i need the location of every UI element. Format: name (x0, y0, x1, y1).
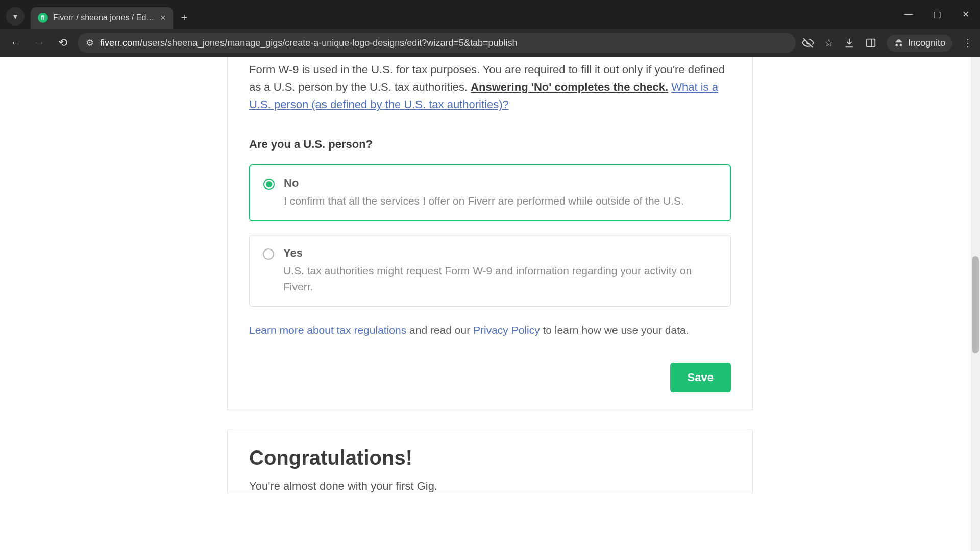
downloads-icon[interactable] (844, 37, 855, 48)
w9-intro-paragraph: Form W-9 is used in the U.S. for tax pur… (249, 61, 731, 113)
radio-icon (263, 179, 275, 190)
privacy-policy-link[interactable]: Privacy Policy (473, 324, 540, 336)
radio-option-no[interactable]: No I confirm that all the services I off… (249, 164, 731, 221)
learn-more-line: Learn more about tax regulations and rea… (249, 322, 731, 339)
browser-tab-active[interactable]: fi Fiverr / sheena jones / Edit Gig × (31, 7, 173, 29)
scrollbar-track[interactable] (971, 57, 980, 551)
window-minimize-icon[interactable]: — (894, 4, 923, 24)
window-maximize-icon[interactable]: ▢ (923, 4, 951, 24)
radio-no-label: No (284, 177, 684, 190)
forward-button[interactable]: → (31, 34, 48, 52)
radio-option-yes[interactable]: Yes U.S. tax authorities might request F… (249, 235, 731, 307)
us-person-question: Are you a U.S. person? (249, 138, 731, 151)
browser-toolbar: ← → ⟲ ⚙ fiverr.com/users/sheena_jones/ma… (0, 29, 980, 57)
scrollbar-thumb[interactable] (972, 256, 979, 353)
window-close-icon[interactable]: ✕ (951, 4, 980, 24)
tab-title: Fiverr / sheena jones / Edit Gig (53, 13, 155, 22)
save-button[interactable]: Save (670, 363, 731, 392)
w9-intro-emphasis: Answering 'No' completes the check. (471, 81, 668, 93)
radio-yes-desc: U.S. tax authorities might request Form … (283, 263, 702, 295)
browser-titlebar: ▾ fi Fiverr / sheena jones / Edit Gig × … (0, 0, 980, 29)
bookmark-star-icon[interactable]: ☆ (824, 37, 834, 49)
address-bar[interactable]: ⚙ fiverr.com/users/sheena_jones/manage_g… (78, 33, 796, 53)
incognito-label: Incognito (908, 38, 945, 48)
url-path: /users/sheena_jones/manage_gigs/create-a… (140, 38, 518, 48)
side-panel-icon[interactable] (865, 37, 876, 48)
congratulations-card: Congratulations! You're almost done with… (227, 429, 753, 493)
radio-yes-label: Yes (283, 246, 702, 260)
eye-off-icon[interactable] (802, 37, 814, 49)
back-button[interactable]: ← (7, 34, 24, 52)
radio-no-desc: I confirm that all the services I offer … (284, 193, 684, 209)
congrats-subline: You're almost done with your first Gig. (249, 480, 731, 493)
w9-form-card: Form W-9 is used in the U.S. for tax pur… (227, 57, 753, 410)
reload-button[interactable]: ⟲ (54, 34, 71, 52)
learn-mid-text: and read our (406, 324, 473, 336)
close-tab-icon[interactable]: × (160, 13, 166, 22)
congrats-heading: Congratulations! (249, 446, 731, 469)
radio-icon (263, 248, 274, 260)
url-host: fiverr.com (100, 38, 140, 48)
learn-tail-text: to learn how we use your data. (540, 324, 689, 336)
svg-rect-0 (867, 39, 875, 47)
new-tab-button[interactable]: + (175, 11, 194, 29)
fiverr-favicon: fi (38, 13, 48, 23)
incognito-indicator[interactable]: Incognito (887, 35, 952, 52)
tab-search-button[interactable]: ▾ (6, 7, 24, 26)
page-viewport: Form W-9 is used in the U.S. for tax pur… (0, 57, 980, 551)
site-info-icon[interactable]: ⚙ (86, 37, 94, 48)
url-text: fiverr.com/users/sheena_jones/manage_gig… (100, 38, 518, 48)
tax-regulations-link[interactable]: Learn more about tax regulations (249, 324, 406, 336)
menu-kebab-icon[interactable]: ⋮ (963, 37, 973, 49)
